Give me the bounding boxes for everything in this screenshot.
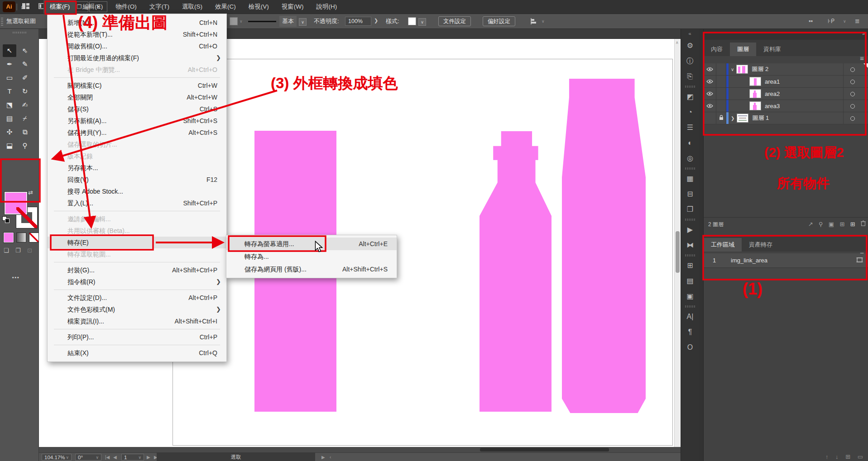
menu-item[interactable]: 列印(P)...Ctrl+P (48, 331, 226, 343)
prev-artboard-button[interactable]: ◀ (113, 454, 117, 461)
menu-item[interactable]: 封裝(G)...Alt+Shift+Ctrl+P (48, 264, 226, 276)
lock-icon[interactable] (716, 112, 726, 124)
eraser-tool[interactable]: ⬔ (3, 99, 16, 111)
layer-target-circle[interactable] (843, 88, 861, 100)
layer-name[interactable]: area1 (765, 78, 843, 85)
control-bar-grip[interactable] (1, 18, 3, 26)
menu-item[interactable]: 打開最近使用過的檔案(F)❯ (48, 52, 226, 64)
visibility-eye-icon[interactable] (704, 100, 716, 112)
menu-item[interactable]: 新增(N)...Ctrl+N (48, 17, 226, 29)
artboard-tool[interactable]: ⬓ (3, 139, 16, 152)
reorder-up-icon[interactable]: ↑ (825, 453, 829, 460)
visibility-eye-icon[interactable] (704, 76, 716, 87)
visibility-eye-icon[interactable] (704, 63, 716, 75)
layer-target-circle[interactable] (843, 63, 861, 75)
selection-tool[interactable]: ↖ (3, 44, 16, 57)
paintbrush-tool[interactable]: ✐ (18, 71, 32, 84)
chevron-down-icon[interactable]: ∨ (418, 18, 426, 26)
menu-item[interactable]: 從範本新增(T)...Shift+Ctrl+N (48, 29, 226, 40)
new-layer-icon[interactable]: ⊞ (850, 221, 855, 228)
pattern-icon[interactable]: ▣ (681, 289, 699, 304)
new-sublayer-icon[interactable]: ⊞ (840, 221, 845, 228)
hamburger-menu-icon[interactable]: ≣ (855, 14, 860, 29)
menubar-item-9[interactable]: 說明(H) (310, 0, 343, 14)
layer-row[interactable]: area1 (704, 76, 868, 88)
curvature-tool[interactable]: ✎ (18, 58, 32, 71)
menu-item[interactable]: 文件設定(D)...Alt+Ctrl+P (48, 292, 226, 304)
layer-name[interactable]: area3 (765, 103, 843, 109)
align-options-icon[interactable] (531, 14, 539, 29)
menu-item[interactable]: 開啟舊檔(O)...Ctrl+O (48, 40, 226, 52)
align-icon[interactable]: ⊟ (681, 186, 699, 202)
menubar-item-7[interactable]: 檢視(V) (242, 0, 275, 14)
delete-artboard-icon[interactable]: ▭ (858, 453, 863, 460)
delete-layer-icon[interactable] (861, 221, 866, 228)
rotate-tool[interactable]: ↻ (18, 85, 32, 98)
layer-target-circle[interactable] (843, 100, 861, 112)
menubar-item-4[interactable]: 文字(T) (143, 0, 176, 14)
asset-export-icon[interactable]: ▤ (681, 273, 699, 289)
character-icon[interactable]: A| (681, 309, 699, 324)
menubar-item-3[interactable]: 物件(O) (109, 0, 143, 14)
chevron-down-icon[interactable]: ∨ (299, 18, 307, 26)
menu-item[interactable]: 儲存(S)Ctrl+S (48, 103, 226, 115)
more-tools-icon[interactable]: ⋯ (12, 273, 20, 282)
status-expand-icon[interactable]: ▶ (321, 454, 325, 461)
menubar-item-5[interactable]: 選取(S) (176, 0, 209, 14)
stroke-icon[interactable]: ☰ (681, 120, 699, 135)
home-icon[interactable]: ⌂ (21, 2, 25, 12)
export-icon[interactable]: ⎘ (681, 69, 699, 84)
vertical-scrollbar[interactable]: ∧ (674, 39, 680, 447)
menu-item[interactable]: 回復(V)F12 (48, 174, 226, 185)
visibility-eye-icon[interactable] (704, 88, 716, 100)
menu-item[interactable]: 關閉檔案(C)Ctrl+W (48, 80, 226, 91)
scroll-up-icon[interactable]: ∧ (676, 40, 679, 45)
lock-cell[interactable] (716, 76, 726, 87)
zoom-tool[interactable]: ⚲ (18, 139, 32, 152)
menu-item[interactable]: 儲存拷貝(Y)...Alt+Ctrl+S (48, 127, 226, 138)
color-icon[interactable]: ◩ (681, 89, 699, 105)
properties-icon[interactable]: ⚙ (681, 38, 699, 53)
lock-cell[interactable] (716, 88, 726, 100)
gradient-tool[interactable]: ▤ (3, 112, 16, 125)
panel-tab[interactable]: 資料庫 (756, 43, 788, 56)
eyedropper-tool[interactable]: ⌿ (18, 112, 32, 125)
workspace-icon[interactable]: ⊦ᑭ (828, 14, 834, 29)
type-tool[interactable]: T (3, 85, 16, 98)
artboard-icon[interactable] (856, 257, 863, 264)
collect-export-icon[interactable]: ↗ (808, 221, 813, 228)
rectangle-tool[interactable]: ▭ (3, 71, 16, 84)
panel-menu-icon[interactable]: ≡ (860, 54, 864, 62)
preferences-button[interactable]: 偏好設定 (483, 16, 515, 26)
reorder-down-icon[interactable]: ↓ (835, 453, 839, 460)
layer-expand-chevron[interactable]: ∨ (731, 67, 734, 72)
menu-item[interactable]: 全部關閉Alt+Ctrl+W (48, 91, 226, 103)
chevron-right-icon[interactable]: ❯ (374, 18, 378, 24)
layer-name[interactable]: area2 (765, 90, 843, 97)
style-swatch[interactable] (408, 17, 416, 25)
menu-item[interactable]: 結束(X)Ctrl+Q (48, 347, 226, 359)
draw-normal-icon[interactable]: ❏ (4, 247, 9, 254)
none-mode-button[interactable] (29, 233, 39, 242)
opentype-icon[interactable]: O (681, 340, 699, 355)
swap-fill-stroke-icon[interactable]: ⇄ (28, 189, 33, 196)
touch-workspace-icon[interactable]: ▪▪ (809, 14, 813, 29)
layer-thumbnail[interactable] (736, 65, 748, 74)
gradient-mode-button[interactable] (16, 233, 26, 242)
layer-thumbnail[interactable] (749, 77, 761, 86)
panel-tab[interactable]: 資產轉存 (742, 238, 780, 252)
pink-bottle-shape-large[interactable] (562, 79, 646, 413)
layer-row[interactable]: area2 (704, 88, 868, 100)
panel-tab[interactable]: 內容 (704, 43, 730, 56)
menu-item[interactable]: 另存新檔(A)...Shift+Ctrl+S (48, 115, 226, 127)
zoom-level-select[interactable]: 104.17% ∨ (42, 454, 72, 461)
rotation-select[interactable]: 0° ∨ (75, 454, 101, 461)
menu-item[interactable]: 儲存為網頁用 (舊版)...Alt+Shift+Ctrl+S (226, 263, 397, 276)
menu-item[interactable]: 轉存為... (226, 250, 397, 263)
layer-select-column[interactable] (861, 88, 868, 100)
horizontal-scrollbar[interactable] (39, 447, 681, 452)
layer-target-circle[interactable] (843, 112, 861, 124)
layer-select-column[interactable] (861, 112, 868, 124)
panel-tab[interactable]: 圖層 (730, 43, 756, 56)
collapse-dock-icon[interactable]: « (681, 29, 699, 38)
